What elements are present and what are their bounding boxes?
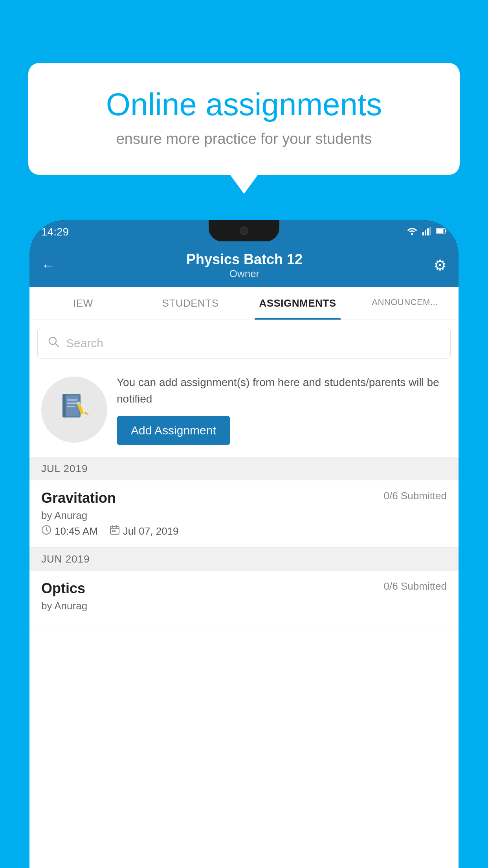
- phone-content: IEW STUDENTS ASSIGNMENTS ANNOUNCEM... Se…: [29, 287, 459, 868]
- svg-rect-12: [62, 394, 66, 417]
- promo-right: You can add assignment(s) from here and …: [117, 374, 447, 445]
- search-input[interactable]: Search: [66, 337, 103, 350]
- header-title-group: Physics Batch 12 Owner: [186, 251, 303, 280]
- assignment-title-optics: Optics: [41, 580, 85, 597]
- tab-iew[interactable]: IEW: [29, 287, 137, 320]
- header-subtitle: Owner: [186, 268, 303, 280]
- assignment-author-optics: by Anurag: [41, 600, 447, 612]
- assignment-row-top: Gravitation 0/6 Submitted: [41, 490, 447, 506]
- assignment-submitted-optics: 0/6 Submitted: [384, 580, 447, 592]
- svg-rect-13: [67, 399, 77, 401]
- calendar-icon: [110, 525, 120, 538]
- back-button[interactable]: ←: [41, 257, 55, 274]
- promo-description: You can add assignment(s) from here and …: [117, 374, 447, 407]
- add-assignment-button[interactable]: Add Assignment: [117, 416, 230, 445]
- month-header-jun: JUN 2019: [29, 548, 459, 571]
- month-header-jul: JUL 2019: [29, 457, 459, 480]
- settings-icon[interactable]: ⚙: [433, 257, 447, 274]
- svg-rect-6: [437, 229, 444, 234]
- tab-students[interactable]: STUDENTS: [137, 287, 244, 320]
- speech-bubble-title: Online assignments: [52, 86, 436, 123]
- assignment-date: Jul 07, 2019: [110, 525, 179, 538]
- svg-rect-14: [67, 403, 77, 404]
- speech-bubble-subtitle: ensure more practice for your students: [52, 131, 436, 147]
- assignment-meta: 10:45 AM Jul 07, 2019: [41, 525, 447, 538]
- app-header: ← Physics Batch 12 Owner ⚙: [29, 244, 459, 287]
- svg-rect-27: [114, 530, 116, 532]
- clock-icon: [41, 525, 51, 538]
- header-title: Physics Batch 12: [186, 251, 303, 268]
- promo-section: You can add assignment(s) from here and …: [29, 366, 459, 457]
- assignment-promo-icon: [41, 377, 107, 443]
- phone-camera: [240, 226, 248, 235]
- assignment-author: by Anurag: [41, 509, 447, 522]
- tab-announcements[interactable]: ANNOUNCEM...: [351, 287, 459, 320]
- assignment-row-optics[interactable]: Optics 0/6 Submitted by Anurag: [29, 571, 459, 625]
- svg-point-0: [411, 233, 413, 235]
- svg-rect-3: [427, 228, 429, 235]
- svg-marker-17: [84, 411, 90, 417]
- svg-rect-4: [429, 227, 431, 235]
- phone-frame: 14:29: [29, 220, 459, 868]
- tab-assignments[interactable]: ASSIGNMENTS: [244, 287, 351, 320]
- svg-rect-26: [112, 530, 114, 532]
- svg-line-9: [55, 344, 59, 347]
- signal-icon: [422, 227, 431, 237]
- svg-rect-1: [422, 232, 424, 235]
- assignment-row-gravitation[interactable]: Gravitation 0/6 Submitted by Anurag 10:4…: [29, 480, 459, 548]
- svg-rect-2: [425, 230, 426, 235]
- svg-line-21: [46, 530, 48, 531]
- status-time: 14:29: [41, 226, 69, 238]
- search-bar[interactable]: Search: [37, 328, 451, 359]
- search-icon: [47, 335, 60, 351]
- assignment-title: Gravitation: [41, 490, 116, 506]
- status-icons: [407, 226, 447, 237]
- assignment-time: 10:45 AM: [41, 525, 98, 538]
- phone-notch: [209, 220, 279, 241]
- wifi-icon: [407, 226, 418, 237]
- battery-icon: [436, 228, 447, 236]
- assignment-submitted: 0/6 Submitted: [384, 490, 447, 502]
- speech-bubble-card: Online assignments ensure more practice …: [28, 63, 460, 175]
- svg-rect-7: [445, 230, 446, 232]
- tabs-bar: IEW STUDENTS ASSIGNMENTS ANNOUNCEM...: [29, 287, 459, 320]
- assignment-row-top-optics: Optics 0/6 Submitted: [41, 580, 447, 597]
- svg-rect-15: [67, 406, 75, 407]
